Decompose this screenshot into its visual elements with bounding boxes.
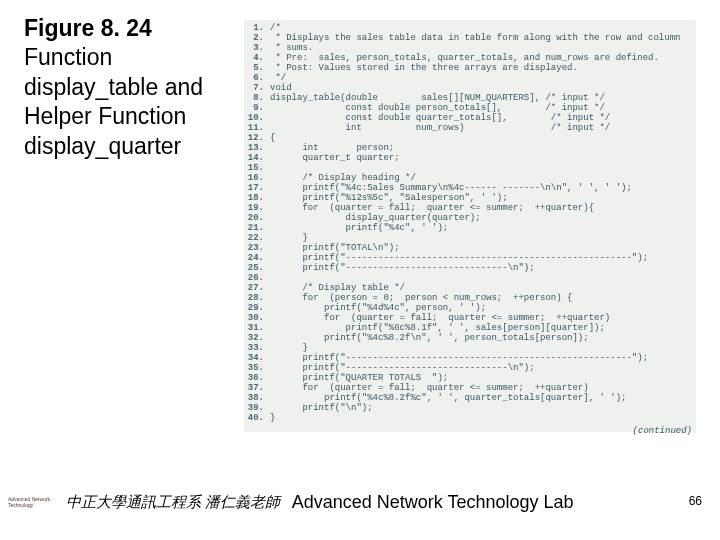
code-line: /*	[270, 23, 694, 33]
code-line: int num_rows) /* input */	[270, 123, 694, 133]
line-number: 7.	[244, 83, 264, 93]
code-line: printf("%4c", ' ');	[270, 223, 694, 233]
line-number: 30.	[244, 313, 264, 323]
line-number: 13.	[244, 143, 264, 153]
line-number: 15.	[244, 163, 264, 173]
line-number: 31.	[244, 323, 264, 333]
line-number: 8.	[244, 93, 264, 103]
code-line: printf("%6c%8.1f", ' ', sales[person][qu…	[270, 323, 694, 333]
code-line: printf("%4c%8.2f%c", ' ', quarter_totals…	[270, 393, 694, 403]
code-line: }	[270, 233, 694, 243]
code-line: printf("TOTAL\n");	[270, 243, 694, 253]
code-line: printf("QUARTER TOTALS ");	[270, 373, 694, 383]
line-number: 2.	[244, 33, 264, 43]
code-line: const double quarter_totals[], /* input …	[270, 113, 694, 123]
line-number: 36.	[244, 373, 264, 383]
line-number: 3.	[244, 43, 264, 53]
line-number: 39.	[244, 403, 264, 413]
code-line: quarter_t quarter;	[270, 153, 694, 163]
line-number: 25.	[244, 263, 264, 273]
line-number: 14.	[244, 153, 264, 163]
footer: Advanced Network Technology 中正大學通訊工程系 潘仁…	[0, 484, 720, 520]
code-line: printf("%4c%8.2f\n", ' ', person_totals[…	[270, 333, 694, 343]
code-line: printf("%12s%5c", "Salesperson", ' ');	[270, 193, 694, 203]
code-line: * Displays the sales table data in table…	[270, 33, 694, 43]
code-line: printf("------------------------------\n…	[270, 263, 694, 273]
line-number: 20.	[244, 213, 264, 223]
line-number: 9.	[244, 103, 264, 113]
code-line: int person;	[270, 143, 694, 153]
code-line: printf("--------------------------------…	[270, 353, 694, 363]
footer-chinese: 中正大學通訊工程系 潘仁義老師	[66, 493, 280, 512]
code-line: for (quarter = fall; quarter <= summer; …	[270, 203, 694, 213]
line-number: 11.	[244, 123, 264, 133]
code-line	[270, 273, 694, 283]
code-line: printf("------------------------------\n…	[270, 363, 694, 373]
footer-english: Advanced Network Technology Lab	[292, 492, 574, 513]
line-number: 5.	[244, 63, 264, 73]
code-line: printf("%4d%4c", person, ' ');	[270, 303, 694, 313]
code-line: for (quarter = fall; quarter <= summer; …	[270, 313, 694, 323]
figure-number: Figure 8. 24	[24, 15, 152, 41]
code-line: * sums.	[270, 43, 694, 53]
code-line: */	[270, 73, 694, 83]
line-number: 40.	[244, 413, 264, 423]
code-line: }	[270, 343, 694, 353]
code-line: const double person_totals[], /* input *…	[270, 103, 694, 113]
continued-label: (continued)	[633, 426, 692, 436]
line-number: 17.	[244, 183, 264, 193]
line-number: 29.	[244, 303, 264, 313]
line-number: 6.	[244, 73, 264, 83]
code-line	[270, 163, 694, 173]
line-number: 38.	[244, 393, 264, 403]
line-number: 34.	[244, 353, 264, 363]
figure-caption: Function display_table and Helper Functi…	[24, 44, 203, 158]
code-line: display_quarter(quarter);	[270, 213, 694, 223]
line-number: 26.	[244, 273, 264, 283]
code-line: /* Display heading */	[270, 173, 694, 183]
code-line: display_table(double sales[][NUM_QUARTER…	[270, 93, 694, 103]
line-number: 33.	[244, 343, 264, 353]
line-number: 19.	[244, 203, 264, 213]
line-number: 12.	[244, 133, 264, 143]
line-number: 4.	[244, 53, 264, 63]
line-number: 24.	[244, 253, 264, 263]
line-number: 27.	[244, 283, 264, 293]
code-line: for (quarter = fall; quarter <= summer; …	[270, 383, 694, 393]
code-line: /* Display table */	[270, 283, 694, 293]
line-number: 10.	[244, 113, 264, 123]
figure-title: Figure 8. 24 Function display_table and …	[24, 14, 234, 161]
line-number: 18.	[244, 193, 264, 203]
code-line: for (person = 0; person < num_rows; ++pe…	[270, 293, 694, 303]
line-number: 37.	[244, 383, 264, 393]
code-listing: 1.2.3.4.5.6.7.8.9.10.11.12.13.14.15.16.1…	[244, 20, 696, 432]
code-line: * Pre: sales, person_totals, quarter_tot…	[270, 53, 694, 63]
code-line: * Post: Values stored in the three array…	[270, 63, 694, 73]
footer-logo: Advanced Network Technology	[8, 487, 62, 517]
code-line: void	[270, 83, 694, 93]
code-body: /* * Displays the sales table data in ta…	[268, 20, 696, 432]
page-number: 66	[689, 494, 702, 508]
line-number: 23.	[244, 243, 264, 253]
code-line: {	[270, 133, 694, 143]
line-number: 32.	[244, 333, 264, 343]
code-line: printf("%4c:Sales Summary\n%4c------ ---…	[270, 183, 694, 193]
line-number-gutter: 1.2.3.4.5.6.7.8.9.10.11.12.13.14.15.16.1…	[244, 20, 268, 432]
code-line: printf("--------------------------------…	[270, 253, 694, 263]
line-number: 35.	[244, 363, 264, 373]
line-number: 16.	[244, 173, 264, 183]
code-line: }	[270, 413, 694, 423]
code-line: printf("\n");	[270, 403, 694, 413]
line-number: 1.	[244, 23, 264, 33]
line-number: 22.	[244, 233, 264, 243]
line-number: 21.	[244, 223, 264, 233]
line-number: 28.	[244, 293, 264, 303]
